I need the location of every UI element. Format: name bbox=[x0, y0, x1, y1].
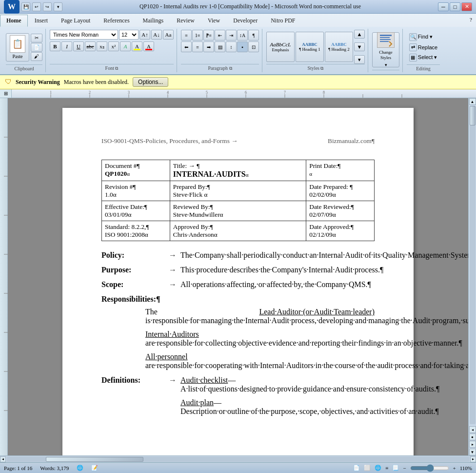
tab-developer[interactable]: Developer bbox=[227, 15, 264, 27]
zoom-plus[interactable]: + bbox=[453, 465, 456, 471]
font-color-button[interactable]: A bbox=[143, 41, 154, 51]
ribbon-help[interactable]: ? bbox=[466, 15, 476, 27]
tab-nitro[interactable]: Nitro PDF bbox=[264, 15, 301, 27]
numbering-button[interactable]: 1≡ bbox=[192, 30, 203, 41]
justify-button[interactable]: ▤ bbox=[215, 41, 225, 52]
track-changes-icon[interactable]: 📝 bbox=[91, 465, 98, 471]
save-quick-btn[interactable]: 💾 bbox=[21, 2, 30, 11]
hscroll-left[interactable]: ◂ bbox=[0, 456, 6, 462]
close-button[interactable]: ✕ bbox=[461, 2, 472, 11]
tab-review[interactable]: Review bbox=[170, 15, 201, 27]
svg-rect-4 bbox=[12, 89, 476, 98]
purpose-arrow: → bbox=[169, 266, 177, 274]
internal-auditors-link: Internal·Auditors bbox=[145, 330, 199, 338]
change-case-button[interactable]: Aa bbox=[163, 30, 174, 40]
paragraph-dialog-launcher[interactable]: ⧉ bbox=[229, 66, 232, 71]
sort-button[interactable]: ↕A bbox=[237, 30, 248, 41]
tab-page-layout[interactable]: Page Layout bbox=[55, 15, 97, 27]
table-cell: Revision #¶1.0α bbox=[102, 181, 170, 201]
style-heading1[interactable]: AABBC ¶ Heading 1 bbox=[296, 32, 324, 62]
hscroll-right[interactable]: ▸ bbox=[470, 456, 476, 462]
view-fullscreen-btn[interactable]: ⬜ bbox=[364, 465, 371, 471]
doc-info-table: Document #¶ QP1020α Title: → ¶ INTERNAL·… bbox=[101, 160, 375, 241]
horizontal-scrollbar[interactable]: ◂ ▸ bbox=[0, 455, 476, 462]
font-dialog-launcher[interactable]: ⧉ bbox=[115, 66, 118, 71]
decrease-indent-button[interactable]: ⇤ bbox=[215, 30, 225, 41]
corner-button[interactable]: ⊞ bbox=[0, 89, 12, 98]
view-web-btn[interactable]: 🌐 bbox=[375, 465, 381, 471]
select-browse-button[interactable]: ● bbox=[469, 433, 476, 440]
view-print-btn[interactable]: 📄 bbox=[353, 465, 360, 471]
find-button[interactable]: 🔍 Find ▾ bbox=[407, 32, 439, 42]
svg-rect-1 bbox=[380, 37, 390, 38]
border-button[interactable]: ⊡ bbox=[248, 41, 259, 52]
font-name-select[interactable]: Times New Roman bbox=[50, 30, 118, 40]
undo-quick-btn[interactable]: ↩ bbox=[32, 2, 41, 11]
subscript-button[interactable]: x₂ bbox=[97, 41, 107, 51]
format-painter-button[interactable]: 🖌 bbox=[31, 52, 42, 61]
next-page-button[interactable]: ▸ bbox=[469, 441, 476, 448]
bold-button[interactable]: B bbox=[50, 41, 60, 51]
select-button[interactable]: ▦ Select ▾ bbox=[407, 53, 439, 62]
multilevel-button[interactable]: ⁋≡ bbox=[203, 30, 214, 41]
zoom-minus[interactable]: − bbox=[403, 465, 406, 471]
tab-view[interactable]: View bbox=[201, 15, 226, 27]
find-label: Find ▾ bbox=[418, 34, 433, 40]
shading-button[interactable]: ▪ bbox=[237, 41, 248, 52]
paste-button[interactable]: 📋 Paste bbox=[6, 33, 29, 62]
scroll-track[interactable] bbox=[470, 106, 476, 424]
hscroll-track[interactable] bbox=[7, 457, 469, 462]
styles-scroll-up[interactable]: ▲ bbox=[354, 30, 365, 39]
styles-dialog-launcher[interactable]: ⧉ bbox=[320, 66, 323, 71]
definitions-header: Definitions: → Audit·checklist—A·list·of… bbox=[101, 376, 375, 421]
align-right-button[interactable]: ➡ bbox=[203, 41, 214, 52]
redo-quick-btn[interactable]: ↪ bbox=[43, 2, 52, 11]
increase-indent-button[interactable]: ⇥ bbox=[226, 30, 237, 41]
tab-references[interactable]: References bbox=[97, 15, 136, 27]
styles-more[interactable]: ▾ bbox=[354, 55, 365, 64]
view-draft-btn[interactable]: 📃 bbox=[392, 465, 399, 471]
align-left-button[interactable]: ⬅ bbox=[181, 41, 192, 52]
table-cell: Title: → ¶ INTERNAL·AUDITSα bbox=[170, 160, 306, 181]
align-center-button[interactable]: ≡ bbox=[192, 41, 203, 52]
zoom-slider[interactable] bbox=[410, 465, 449, 471]
change-styles-button[interactable]: ChangeStyles ▾ bbox=[372, 32, 399, 67]
underline-button[interactable]: U bbox=[73, 41, 84, 51]
styles-scroll-down[interactable]: ▼ bbox=[354, 42, 365, 51]
text-effects-button[interactable]: A bbox=[120, 41, 131, 51]
document-area[interactable]: ISO-9001-QMS-Policies, Procedures, and-F… bbox=[8, 98, 468, 455]
scroll-thumb[interactable] bbox=[470, 106, 476, 125]
minimize-button[interactable]: ─ bbox=[438, 2, 449, 11]
tab-insert[interactable]: Insert bbox=[28, 15, 54, 27]
style-heading2[interactable]: AABBC ¶ Heading 2 bbox=[325, 32, 353, 62]
shrink-font-button[interactable]: A↓ bbox=[151, 30, 162, 40]
copy-button[interactable]: 📄 bbox=[31, 43, 42, 52]
strikethrough-button[interactable]: abc bbox=[85, 41, 96, 51]
scroll-down-button[interactable]: ▼ bbox=[469, 449, 476, 455]
vertical-scrollbar[interactable]: ▲ ◂ ● ▸ ▼ bbox=[468, 98, 476, 455]
style-emphasis[interactable]: AaBbCcL Emphasis bbox=[266, 32, 295, 62]
tab-mailings[interactable]: Mailings bbox=[137, 15, 170, 27]
hscroll-thumb[interactable] bbox=[46, 457, 143, 462]
style-emphasis-preview: AaBbCcL bbox=[270, 41, 291, 47]
options-button[interactable]: Options... bbox=[133, 77, 168, 87]
bullets-button[interactable]: ≡ bbox=[181, 30, 192, 41]
cut-button[interactable]: ✂ bbox=[31, 34, 42, 42]
table-cell: Standard: 8.2.2,¶ISO 9001:2008α bbox=[102, 221, 170, 241]
prev-page-button[interactable]: ◂ bbox=[469, 426, 476, 433]
font-size-select[interactable]: 12 bbox=[119, 30, 139, 40]
highlight-button[interactable]: A bbox=[132, 41, 142, 51]
line-spacing-button[interactable]: ↕ bbox=[226, 41, 237, 52]
find-icon: 🔍 bbox=[409, 33, 417, 41]
italic-button[interactable]: I bbox=[61, 41, 72, 51]
view-outline-btn[interactable]: ≡ bbox=[385, 465, 388, 471]
table-row: Effective Date:¶03/01/09α Reviewed By:¶S… bbox=[102, 201, 375, 221]
tab-home[interactable]: Home bbox=[0, 15, 28, 27]
grow-font-button[interactable]: A↑ bbox=[139, 30, 150, 40]
scroll-up-button[interactable]: ▲ bbox=[469, 98, 476, 105]
maximize-button[interactable]: □ bbox=[450, 2, 460, 11]
replace-button[interactable]: ⇄ Replace bbox=[407, 42, 439, 52]
superscript-button[interactable]: x² bbox=[108, 41, 119, 51]
customize-quick-btn[interactable]: ▾ bbox=[54, 2, 62, 11]
show-marks-button[interactable]: ¶ bbox=[248, 30, 259, 41]
